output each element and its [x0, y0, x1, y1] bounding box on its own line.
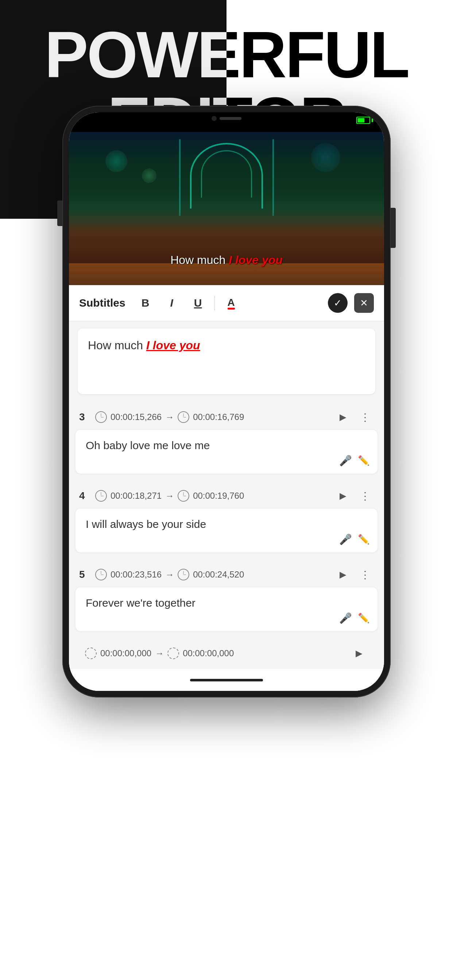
subtitle-header-3: 3 00:00:15,266 → 00:00:16,769 ▶ ⋮ — [75, 401, 378, 430]
arrow-3: → — [165, 412, 174, 422]
subtitle-content-box-5: Forever we're together 🎤 ✏️ — [75, 587, 378, 631]
bottom-time-start-icon — [85, 648, 97, 659]
toolbar-label: Subtitles — [79, 297, 126, 309]
subtitle-text-3: Oh baby love me love me — [86, 439, 367, 452]
subtitle-header-4: 4 00:00:18,271 → 00:00:19,760 ▶ ⋮ — [75, 480, 378, 509]
time-end-icon-3 — [178, 411, 189, 423]
stage-structure — [175, 139, 278, 220]
current-subtitle-highlight: I love you — [146, 339, 200, 352]
battery-tip — [372, 118, 373, 122]
play-button-4[interactable]: ▶ — [334, 487, 352, 505]
subtitle-number-5: 5 — [79, 569, 91, 581]
time-start-5: 00:00:23,516 — [110, 570, 161, 580]
subtitle-text-display: How much I love you — [88, 339, 365, 352]
time-end-4: 00:00:19,760 — [193, 491, 244, 501]
time-end-3: 00:00:16,769 — [193, 412, 244, 422]
video-subtitle-highlight: I love you — [229, 253, 283, 267]
time-start-icon-4 — [95, 490, 107, 502]
underline-button[interactable]: U — [188, 293, 208, 313]
mic-icon-5[interactable]: 🎤 — [339, 611, 352, 625]
more-button-4[interactable]: ⋮ — [356, 487, 374, 505]
phone-status-bar — [69, 112, 384, 132]
subtitle-row-3: 3 00:00:15,266 → 00:00:16,769 ▶ ⋮ Oh bab… — [75, 401, 378, 474]
color-button-label: A — [228, 297, 235, 308]
play-button-3[interactable]: ▶ — [334, 408, 352, 426]
time-start-icon-3 — [95, 411, 107, 423]
time-start-icon-5 — [95, 569, 107, 581]
concert-light-2 — [311, 143, 340, 172]
phone-notch — [197, 112, 256, 125]
bottom-time-start: 00:00:00,000 — [100, 648, 152, 659]
battery-fill — [358, 118, 364, 123]
subtitle-number-4: 4 — [79, 490, 91, 502]
current-subtitle-plain: How much — [88, 339, 146, 352]
phone-bottom-bar — [69, 669, 384, 691]
subtitle-content-box-3: Oh baby love me love me 🎤 ✏️ — [75, 430, 378, 474]
time-end-5: 00:00:24,520 — [193, 570, 244, 580]
phone-outer: How much I love you Subtitles B I U A — [62, 106, 391, 697]
close-button[interactable]: ✕ — [354, 293, 374, 313]
subtitle-row-4: 4 00:00:18,271 → 00:00:19,760 ▶ ⋮ I will… — [75, 480, 378, 552]
arrow-4: → — [165, 491, 174, 501]
scaffold — [179, 139, 274, 216]
time-end-icon-4 — [178, 490, 189, 502]
bottom-arrow: → — [155, 648, 164, 659]
subtitle-list: 3 00:00:15,266 → 00:00:16,769 ▶ ⋮ Oh bab… — [69, 401, 384, 669]
time-start-4: 00:00:18,271 — [110, 491, 161, 501]
edit-icon-5[interactable]: ✏️ — [357, 611, 370, 625]
video-area: How much I love you — [69, 132, 384, 285]
battery-bar — [356, 117, 370, 124]
play-button-5[interactable]: ▶ — [334, 565, 352, 584]
phone-inner: How much I love you Subtitles B I U A — [69, 112, 384, 691]
mic-icon-4[interactable]: 🎤 — [339, 533, 352, 546]
face-id-pill — [220, 117, 241, 120]
edit-icon-4[interactable]: ✏️ — [357, 533, 370, 546]
italic-button[interactable]: I — [162, 293, 182, 313]
color-button[interactable]: A — [222, 293, 241, 313]
more-button-5[interactable]: ⋮ — [356, 565, 374, 584]
mic-icon-3[interactable]: 🎤 — [339, 454, 352, 467]
subtitle-text-5: Forever we're together — [86, 597, 367, 609]
more-button-3[interactable]: ⋮ — [356, 408, 374, 426]
edit-icon-3[interactable]: ✏️ — [357, 454, 370, 467]
battery-indicator — [356, 117, 373, 124]
hero-title-line1: POWERFUL — [0, 22, 453, 88]
arrow-5: → — [165, 570, 174, 580]
subtitle-content-box-4: I will always be your side 🎤 ✏️ — [75, 509, 378, 552]
home-indicator — [190, 679, 263, 681]
time-start-3: 00:00:15,266 — [110, 412, 161, 422]
subtitle-number-3: 3 — [79, 411, 91, 423]
video-subtitle: How much I love you — [170, 253, 283, 267]
current-subtitle-box[interactable]: How much I love you — [78, 328, 375, 394]
subtitle-text-4: I will always be your side — [86, 518, 367, 530]
subtitle-row-5: 5 00:00:23,516 → 00:00:24,520 ▶ ⋮ Foreve… — [75, 559, 378, 631]
bottom-time-end: 00:00:00,000 — [183, 648, 234, 659]
concert-light-3 — [142, 169, 156, 183]
toolbar-separator — [214, 296, 215, 310]
bold-button[interactable]: B — [136, 293, 155, 313]
confirm-button[interactable]: ✓ — [328, 293, 348, 313]
editor-toolbar: Subtitles B I U A ✓ ✕ — [69, 285, 384, 321]
bottom-time-end-icon — [167, 648, 179, 659]
phone-container: How much I love you Subtitles B I U A — [62, 106, 391, 697]
play-button-bottom[interactable]: ▶ — [350, 644, 368, 662]
concert-light-1 — [105, 150, 127, 172]
video-subtitle-plain: How much — [170, 253, 229, 267]
time-end-icon-5 — [178, 569, 189, 581]
subtitle-header-5: 5 00:00:23,516 → 00:00:24,520 ▶ ⋮ — [75, 559, 378, 587]
editor-panel: Subtitles B I U A ✓ ✕ — [69, 285, 384, 691]
camera-dot — [212, 116, 217, 121]
bottom-time-row: 00:00:00,000 → 00:00:00,000 ▶ — [75, 638, 378, 669]
